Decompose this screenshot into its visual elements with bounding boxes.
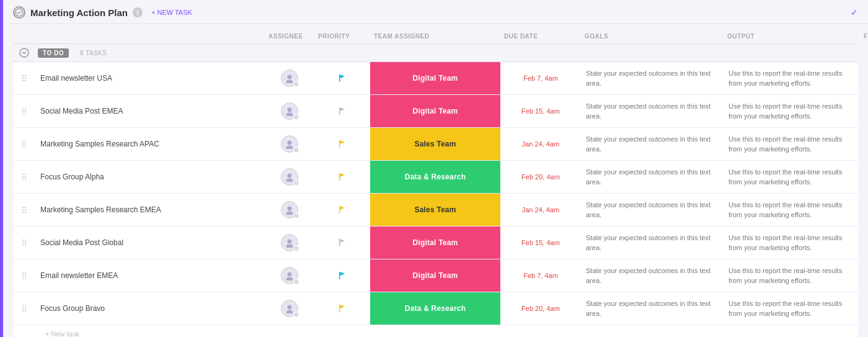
files-cell[interactable] <box>860 105 868 117</box>
new-task-button[interactable]: + NEW TASK <box>148 7 196 18</box>
table-row[interactable]: Email newsletter EMEA Digital Team Feb <box>13 259 858 292</box>
svg-point-21 <box>22 113 24 114</box>
svg-point-18 <box>25 108 26 109</box>
avatar <box>281 300 298 317</box>
drag-handle <box>13 238 35 247</box>
files-cell[interactable] <box>860 236 868 249</box>
priority-cell[interactable] <box>314 205 370 215</box>
team-cell[interactable]: Data & Research <box>370 292 500 325</box>
drag-handle <box>13 107 35 115</box>
priority-cell[interactable] <box>314 106 370 116</box>
priority-cell[interactable] <box>314 172 370 182</box>
svg-rect-10 <box>339 74 340 82</box>
svg-point-2 <box>22 75 24 76</box>
avatar <box>281 201 298 218</box>
info-icon[interactable]: i <box>133 7 143 17</box>
flag-icon <box>337 172 347 182</box>
files-cell[interactable] <box>860 269 868 282</box>
files-cell[interactable] <box>860 72 868 84</box>
priority-cell[interactable] <box>314 73 370 83</box>
rows-container: Email newsletter USA Digital Team Feb <box>13 62 858 325</box>
team-cell[interactable]: Digital Team <box>370 95 500 127</box>
svg-point-3 <box>25 75 26 76</box>
svg-rect-100 <box>339 272 340 279</box>
avatar <box>281 135 298 153</box>
flag-icon <box>337 106 347 116</box>
svg-rect-70 <box>339 206 340 213</box>
svg-point-114 <box>286 310 293 314</box>
svg-point-24 <box>286 113 293 117</box>
column-headers: ASSIGNEE PRIORITY TEAM ASSIGNED DUE DATE… <box>13 29 858 44</box>
output-text: Use this to report the real-time results… <box>724 266 860 286</box>
project-icon <box>13 6 25 19</box>
priority-cell[interactable] <box>314 271 370 281</box>
page-title: Marketing Action Plan <box>30 7 128 18</box>
team-badge: Digital Team <box>370 259 500 292</box>
drag-handle <box>13 205 35 214</box>
svg-point-92 <box>22 272 24 274</box>
team-cell[interactable]: Digital Team <box>370 227 500 259</box>
team-cell[interactable]: Sales Team <box>370 128 500 160</box>
svg-point-38 <box>288 141 292 145</box>
assignee-cell[interactable] <box>265 234 314 251</box>
table-row[interactable]: Focus Group Bravo Data & Research Feb <box>13 292 858 325</box>
assignee-cell[interactable] <box>265 300 314 317</box>
team-cell[interactable]: Sales Team <box>370 194 500 226</box>
priority-cell[interactable] <box>314 238 370 248</box>
bottom-hint[interactable]: + New task <box>13 325 858 337</box>
priority-cell[interactable] <box>314 303 370 313</box>
assignee-cell[interactable] <box>265 267 314 284</box>
avatar <box>281 70 298 87</box>
table-row[interactable]: Social Media Post Global Digital Team <box>13 227 858 259</box>
files-cell[interactable] <box>860 302 868 315</box>
svg-point-79 <box>22 242 24 243</box>
assignee-cell[interactable] <box>265 135 314 153</box>
table-row[interactable]: Focus Group Alpha Data & Research Feb <box>13 161 858 194</box>
table-row[interactable]: Marketing Samples Research EMEA Sales Te… <box>13 194 858 227</box>
svg-marker-26 <box>340 107 345 111</box>
svg-point-63 <box>25 207 26 208</box>
table-row[interactable]: Email newsletter USA Digital Team Feb <box>13 62 858 95</box>
assignee-cell[interactable] <box>265 168 314 186</box>
col-goals: GOALS <box>581 33 724 40</box>
svg-point-47 <box>22 174 24 175</box>
goals-text: State your expected outcomes in this tex… <box>581 101 724 122</box>
priority-cell[interactable] <box>314 139 370 149</box>
files-cell[interactable] <box>860 204 868 216</box>
team-cell[interactable]: Data & Research <box>370 161 500 193</box>
assignee-cell[interactable] <box>265 201 314 218</box>
files-cell[interactable] <box>860 138 868 150</box>
tasks-count: 8 TASKS <box>75 50 107 56</box>
col-output: OUTPUT <box>724 33 860 40</box>
col-assignee: ASSIGNEE <box>265 33 314 40</box>
main-content: Marketing Action Plan i + NEW TASK ✓ ASS… <box>3 0 868 337</box>
svg-point-66 <box>22 212 24 213</box>
table-row[interactable]: Marketing Samples Research APAC Sales Te… <box>13 128 858 161</box>
team-badge: Digital Team <box>370 227 500 259</box>
app-container: Marketing Action Plan i + NEW TASK ✓ ASS… <box>0 0 868 337</box>
checkmark-icon: ✓ <box>851 7 858 17</box>
task-title: Focus Group Alpha <box>35 172 265 182</box>
svg-point-64 <box>22 209 24 210</box>
team-cell[interactable]: Digital Team <box>370 259 500 292</box>
drag-handle <box>13 271 35 280</box>
svg-point-113 <box>288 305 292 310</box>
svg-point-7 <box>25 80 26 81</box>
goals-text: State your expected outcomes in this tex… <box>581 167 724 187</box>
assignee-cell[interactable] <box>265 70 314 87</box>
todo-badge: TO DO <box>38 48 69 58</box>
output-text: Use this to report the real-time results… <box>724 134 860 155</box>
table-row[interactable]: Social Media Post EMEA Digital Team Fe <box>13 95 858 128</box>
svg-marker-56 <box>340 173 345 177</box>
task-title: Social Media Post EMEA <box>35 106 265 117</box>
svg-point-83 <box>288 240 292 244</box>
svg-point-78 <box>25 240 26 241</box>
goals-text: State your expected outcomes in this tex… <box>581 134 724 155</box>
goals-text: State your expected outcomes in this tex… <box>581 68 724 89</box>
team-cell[interactable]: Digital Team <box>370 62 500 94</box>
section-toggle[interactable] <box>13 48 35 58</box>
files-cell[interactable] <box>860 171 868 183</box>
assignee-cell[interactable] <box>265 102 314 120</box>
svg-point-52 <box>25 179 26 180</box>
svg-point-95 <box>25 275 26 276</box>
